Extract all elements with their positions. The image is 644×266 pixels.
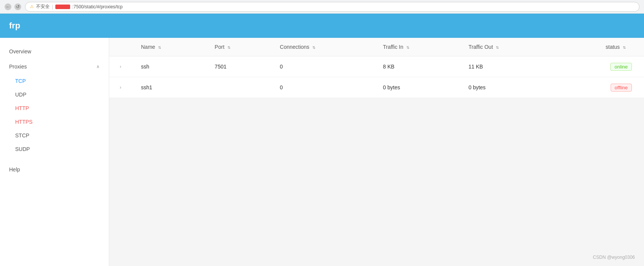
row1-expand-button[interactable]: › <box>118 62 123 71</box>
url-suffix: :7500/static/#/proxies/tcp <box>72 4 123 9</box>
row2-expand-cell: › <box>109 77 132 98</box>
row1-expand-cell: › <box>109 56 132 77</box>
col-traffic-in-label: Traffic In <box>383 44 403 50</box>
sidebar-item-http[interactable]: HTTP <box>0 101 109 115</box>
col-status-label: status <box>606 44 620 50</box>
credit-text: CSDN @wyong0306 <box>593 255 635 260</box>
table-body: › ssh 7501 0 8 KB 11 KB online <box>109 56 644 98</box>
col-status-sort-icon[interactable]: ⇅ <box>623 45 626 50</box>
sidebar-item-sudp[interactable]: SUDP <box>0 142 109 156</box>
app-title: frp <box>9 21 20 31</box>
row2-status-cell: offline <box>553 77 644 98</box>
security-warning-text: 不安全 <box>36 3 50 10</box>
sidebar-proxies-header[interactable]: Proxies ∧ <box>0 59 109 74</box>
col-traffic-out[interactable]: Traffic Out ⇅ <box>459 38 553 56</box>
sidebar-item-tcp[interactable]: TCP <box>0 74 109 88</box>
main-layout: Overview Proxies ∧ TCP UDP HTTP HTTPS ST… <box>0 38 644 266</box>
col-traffic-out-label: Traffic Out <box>469 44 493 50</box>
col-traffic-out-sort-icon[interactable]: ⇅ <box>496 45 499 50</box>
row2-name: ssh1 <box>132 77 205 98</box>
row2-connections: 0 <box>271 77 374 98</box>
stcp-label: STCP <box>15 132 29 138</box>
https-label: HTTPS <box>15 119 33 125</box>
url-redacted: ●●●● <box>55 5 70 9</box>
proxies-chevron-icon: ∧ <box>96 64 100 69</box>
row1-name: ssh <box>132 56 205 77</box>
back-button[interactable]: ← <box>5 3 11 10</box>
row1-connections: 0 <box>271 56 374 77</box>
col-traffic-in[interactable]: Traffic In ⇅ <box>374 38 459 56</box>
url-separator: | <box>52 4 53 9</box>
http-label: HTTP <box>15 105 29 111</box>
col-connections-sort-icon[interactable]: ⇅ <box>312 45 315 50</box>
row2-expand-button[interactable]: › <box>118 83 123 92</box>
row1-traffic-in: 8 KB <box>374 56 459 77</box>
browser-bar: ← ↺ ⚠ 不安全 | ●●●● :7500/static/#/proxies/… <box>0 0 644 14</box>
row1-port: 7501 <box>205 56 271 77</box>
col-connections[interactable]: Connections ⇅ <box>271 38 374 56</box>
app-header: frp <box>0 14 644 38</box>
table-container: Name ⇅ Port ⇅ Connections ⇅ Traffic In <box>109 38 644 98</box>
tcp-label: TCP <box>15 78 26 84</box>
col-name[interactable]: Name ⇅ <box>132 38 205 56</box>
row2-traffic-out: 0 bytes <box>459 77 553 98</box>
proxies-label: Proxies <box>9 64 27 70</box>
content-area: Name ⇅ Port ⇅ Connections ⇅ Traffic In <box>109 38 644 266</box>
proxy-table: Name ⇅ Port ⇅ Connections ⇅ Traffic In <box>109 38 644 98</box>
security-warning-icon: ⚠ <box>30 4 34 9</box>
back-icon: ← <box>6 4 10 9</box>
col-name-sort-icon[interactable]: ⇅ <box>158 45 161 50</box>
col-traffic-in-sort-icon[interactable]: ⇅ <box>406 45 409 50</box>
sidebar-item-help[interactable]: Help <box>0 162 109 177</box>
udp-label: UDP <box>15 92 27 98</box>
sudp-label: SUDP <box>15 146 30 152</box>
row2-port <box>205 77 271 98</box>
table-row: › ssh 7501 0 8 KB 11 KB online <box>109 56 644 77</box>
overview-label: Overview <box>9 48 31 54</box>
row1-status-cell: online <box>553 56 644 77</box>
col-port[interactable]: Port ⇅ <box>205 38 271 56</box>
col-port-sort-icon[interactable]: ⇅ <box>227 45 230 50</box>
refresh-icon: ↺ <box>16 4 20 9</box>
table-row: › ssh1 0 0 bytes 0 bytes offline <box>109 77 644 98</box>
sidebar-item-https[interactable]: HTTPS <box>0 115 109 129</box>
sidebar: Overview Proxies ∧ TCP UDP HTTP HTTPS ST… <box>0 38 109 266</box>
col-status[interactable]: status ⇅ <box>553 38 644 56</box>
row1-traffic-out: 11 KB <box>459 56 553 77</box>
sidebar-item-overview[interactable]: Overview <box>0 44 109 59</box>
col-name-label: Name <box>141 44 155 50</box>
col-connections-label: Connections <box>280 44 309 50</box>
col-expand <box>109 38 132 56</box>
row2-traffic-in: 0 bytes <box>374 77 459 98</box>
refresh-button[interactable]: ↺ <box>14 3 21 10</box>
row2-status-badge: offline <box>611 84 632 92</box>
sidebar-item-stcp[interactable]: STCP <box>0 129 109 142</box>
row1-status-badge: online <box>610 63 632 71</box>
sidebar-item-udp[interactable]: UDP <box>0 88 109 101</box>
help-label: Help <box>9 166 20 173</box>
col-port-label: Port <box>215 44 224 50</box>
footer-credit: CSDN @wyong0306 <box>593 255 635 260</box>
browser-controls: ← ↺ <box>5 3 21 10</box>
address-bar[interactable]: ⚠ 不安全 | ●●●● :7500/static/#/proxies/tcp <box>25 2 639 12</box>
table-header: Name ⇅ Port ⇅ Connections ⇅ Traffic In <box>109 38 644 56</box>
